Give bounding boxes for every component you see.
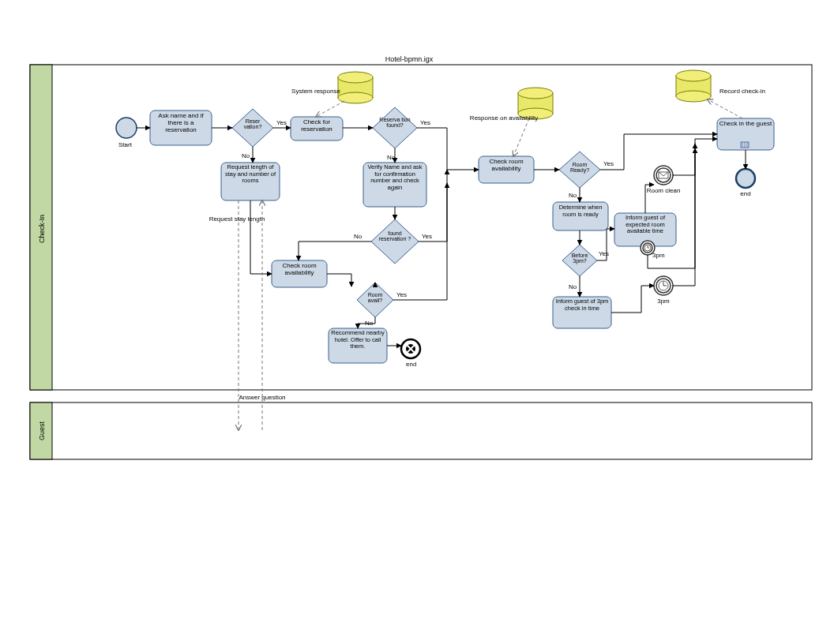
svg-text:Yes: Yes bbox=[599, 250, 609, 257]
anno-req-stay-len: Request stay length bbox=[209, 215, 265, 223]
end-label-1: end bbox=[406, 361, 416, 368]
svg-text:No: No bbox=[365, 320, 374, 327]
pool-guest bbox=[30, 402, 812, 459]
task-check-room-avail-1: Check room availability bbox=[272, 260, 327, 287]
task-recommend: Recommend nearby hotel. Offer to call th… bbox=[329, 328, 387, 363]
room-clean-label: Room clean bbox=[647, 187, 681, 194]
task-determine-ready: Determine when room is ready bbox=[553, 202, 608, 230]
svg-text:Yes: Yes bbox=[422, 233, 432, 240]
anno-answer-q: Answer question bbox=[239, 394, 285, 401]
task-verify-name: Verify Name and ask for confirmation num… bbox=[363, 163, 426, 207]
gateway-res-found: Reserva tion found? bbox=[373, 107, 417, 148]
svg-text:Yes: Yes bbox=[276, 119, 287, 126]
timer-3pm-label: 3pm bbox=[657, 298, 670, 305]
diagram-title: Hotel-bpmn.igx bbox=[385, 55, 434, 63]
lane-label-guest: Guest bbox=[38, 421, 46, 440]
svg-text:Yes: Yes bbox=[603, 160, 614, 167]
end-event bbox=[736, 169, 755, 188]
svg-text:No: No bbox=[354, 233, 363, 240]
start-label: Start bbox=[118, 141, 133, 148]
svg-text:No: No bbox=[387, 154, 396, 161]
anno-record-checkin: Record check-in bbox=[719, 88, 765, 95]
anno-resp-avail: Response on availability bbox=[470, 114, 538, 122]
gateway-room-avail: Room avail? bbox=[357, 283, 393, 317]
intermediate-timer-3pm bbox=[654, 276, 673, 295]
svg-text:No: No bbox=[242, 152, 250, 159]
datastore-system bbox=[338, 72, 373, 103]
gateway-found-res: found reservation ? bbox=[371, 219, 419, 264]
svg-text:Yes: Yes bbox=[420, 119, 430, 126]
start-event bbox=[116, 118, 137, 138]
task-request-stay: Request length of stay and number of roo… bbox=[221, 163, 280, 200]
datastore-record-checkin bbox=[676, 70, 711, 102]
svg-point-1 bbox=[338, 72, 373, 83]
svg-point-7 bbox=[676, 70, 711, 81]
gateway-reservation: Reser vation? bbox=[232, 109, 273, 147]
svg-text:No: No bbox=[569, 192, 577, 199]
svg-text:No: No bbox=[569, 283, 577, 290]
task-check-room-avail-2: Check room availability bbox=[479, 156, 534, 183]
bpmn-diagram: Hotel-bpmn.igx Check-In Guest Start Ask … bbox=[0, 0, 834, 644]
task-check-reservation: Check for reservation bbox=[291, 117, 343, 140]
svg-point-8 bbox=[676, 91, 711, 102]
end-label-2: end bbox=[740, 190, 750, 197]
task-inform-3pm: Inform guest of 3pm check in time bbox=[553, 297, 611, 328]
lane-label-checkin: Check-In bbox=[38, 215, 46, 243]
gateway-before-3pm: Before 3pm? bbox=[562, 245, 597, 276]
boundary-timer-label: 3pm bbox=[652, 252, 665, 259]
task-ask-name: Ask name and if there is a reservation bbox=[150, 110, 212, 145]
gateway-room-ready: Room Ready? bbox=[559, 152, 600, 188]
svg-text:Yes: Yes bbox=[396, 291, 407, 298]
terminate-end-event bbox=[401, 339, 420, 358]
intermediate-msg-room-clean bbox=[654, 166, 673, 185]
svg-point-4 bbox=[518, 88, 553, 99]
anno-system-response: System response bbox=[291, 88, 340, 95]
task-checkin-guest: Check in the guest bbox=[717, 118, 774, 150]
